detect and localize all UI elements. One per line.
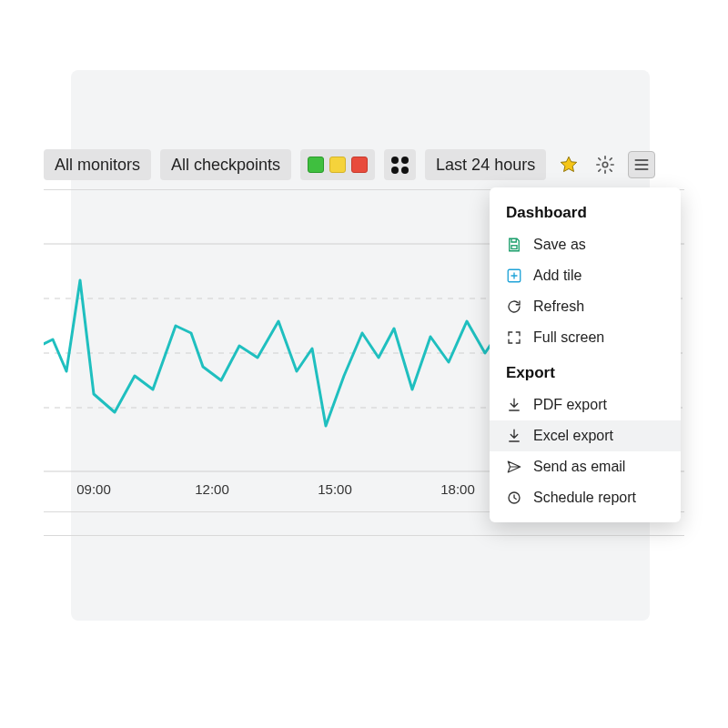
status-yellow-icon — [329, 157, 346, 173]
star-icon — [559, 155, 579, 175]
menu-schedule-report-label: Schedule report — [533, 490, 636, 506]
favorite-button[interactable] — [555, 151, 582, 178]
svg-point-0 — [602, 162, 608, 167]
menu-schedule-report[interactable]: Schedule report — [490, 482, 681, 513]
status-filter[interactable] — [300, 149, 375, 180]
timerange-label: Last 24 hours — [436, 156, 535, 175]
menu-excel-export[interactable]: Excel export — [490, 420, 681, 451]
menu-save-as[interactable]: Save as — [490, 229, 681, 260]
monitors-filter[interactable]: All monitors — [44, 149, 151, 180]
plus-square-icon — [506, 268, 522, 284]
checkpoints-filter-label: All checkpoints — [171, 156, 280, 175]
status-red-icon — [351, 157, 368, 173]
send-icon — [506, 459, 522, 475]
menu-add-tile[interactable]: Add tile — [490, 260, 681, 291]
checkpoints-filter[interactable]: All checkpoints — [160, 149, 291, 180]
menu-send-email-label: Send as email — [533, 459, 625, 475]
x-tick-label: 15:00 — [318, 481, 352, 497]
menu-refresh[interactable]: Refresh — [490, 291, 681, 322]
refresh-icon — [506, 298, 522, 315]
gear-icon — [595, 155, 615, 175]
menu-pdf-export-label: PDF export — [533, 397, 607, 413]
divider — [44, 535, 684, 536]
menu-excel-export-label: Excel export — [533, 428, 613, 444]
menu-section-dashboard: Dashboard — [490, 200, 681, 229]
menu-refresh-label: Refresh — [533, 298, 584, 315]
status-green-icon — [308, 157, 324, 173]
hamburger-menu-button[interactable] — [628, 151, 655, 178]
fullscreen-icon — [506, 329, 522, 346]
menu-pdf-export[interactable]: PDF export — [490, 389, 681, 420]
menu-full-screen-label: Full screen — [533, 329, 604, 346]
menu-send-email[interactable]: Send as email — [490, 451, 681, 482]
x-tick-label: 18:00 — [440, 481, 475, 497]
x-tick-label: 09:00 — [76, 481, 111, 497]
hamburger-icon — [632, 156, 651, 174]
chart-x-ticks: 09:0012:0015:0018:00 — [76, 481, 475, 497]
menu-full-screen[interactable]: Full screen — [490, 322, 681, 353]
svg-rect-6 — [511, 246, 517, 249]
download-icon — [506, 397, 522, 413]
save-icon — [506, 237, 522, 253]
menu-add-tile-label: Add tile — [533, 268, 581, 284]
dashboard-menu: Dashboard Save as Add tile Refresh Full … — [490, 187, 681, 522]
monitors-filter-label: All monitors — [55, 156, 140, 175]
download-icon — [506, 428, 522, 444]
timerange-filter[interactable]: Last 24 hours — [425, 149, 546, 180]
x-tick-label: 12:00 — [195, 481, 229, 497]
layout-grid-button[interactable] — [384, 149, 416, 180]
toolbar: All monitors All checkpoints Last 24 hou… — [44, 149, 655, 180]
clock-icon — [506, 490, 522, 506]
menu-save-as-label: Save as — [533, 237, 586, 253]
menu-section-export: Export — [490, 353, 681, 389]
settings-button[interactable] — [592, 151, 619, 178]
grid-icon — [391, 157, 409, 174]
